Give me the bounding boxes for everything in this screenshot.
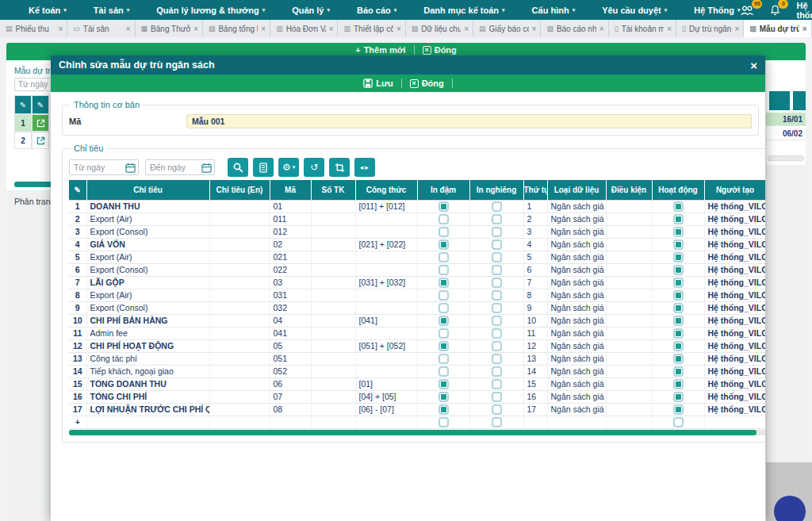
document-tab[interactable]: ▤ Phiếu thu × (0, 20, 67, 37)
active-checkbox[interactable] (673, 265, 684, 275)
column-header[interactable]: Loại dữ liệu (547, 180, 606, 200)
active-checkbox[interactable] (673, 239, 684, 250)
loai-du-lieu-cell[interactable]: Ngân sách giá vốn (547, 377, 606, 390)
dieu-kien-cell[interactable] (606, 263, 652, 276)
ma-cell[interactable]: 041 (270, 327, 311, 339)
open-record-icon[interactable] (32, 132, 49, 149)
chi-tieu-cell[interactable]: TỔNG CHI PHÍ (86, 390, 209, 403)
cong-thuc-cell[interactable] (355, 213, 417, 225)
close-icon[interactable]: × (750, 59, 757, 71)
loai-du-lieu-cell[interactable]: Ngân sách giá vốn (547, 339, 606, 352)
italic-checkbox[interactable] (492, 392, 502, 402)
tab-close-icon[interactable]: × (599, 25, 604, 33)
italic-checkbox[interactable] (492, 379, 502, 389)
ma-cell[interactable]: 06 (270, 377, 311, 390)
loai-du-lieu-cell[interactable]: Ngân sách giá vốn (547, 403, 606, 416)
dieu-kien-cell[interactable] (606, 314, 652, 327)
dieu-kien-cell[interactable] (606, 377, 652, 390)
thu-tu-cell[interactable]: 3 (523, 225, 547, 238)
bell-icon[interactable]: 0 (770, 5, 780, 16)
active-checkbox[interactable] (673, 392, 684, 402)
loai-du-lieu-cell[interactable] (547, 416, 606, 428)
active-checkbox[interactable] (673, 328, 684, 339)
cong-thuc-cell[interactable] (355, 225, 417, 238)
ma-cell[interactable]: 052 (270, 365, 311, 377)
bold-checkbox[interactable] (439, 328, 449, 339)
chi-tieu-en-cell[interactable] (209, 403, 270, 416)
chi-tieu-en-cell[interactable] (209, 327, 270, 339)
dieu-kien-cell[interactable] (606, 352, 652, 365)
active-checkbox[interactable] (673, 366, 684, 377)
user-menu[interactable]: Hệ thống_VILOG2025 ▾ (796, 1, 812, 20)
calendar-icon[interactable] (125, 163, 136, 173)
ma-cell[interactable]: 031 (270, 289, 311, 301)
chi-tieu-en-cell[interactable] (209, 200, 270, 213)
loai-du-lieu-cell[interactable]: Ngân sách giá vốn (547, 238, 606, 251)
thu-tu-cell[interactable]: 4 (523, 238, 547, 251)
so-tk-cell[interactable] (311, 225, 355, 238)
italic-checkbox[interactable] (492, 290, 502, 301)
thu-tu-cell[interactable]: 11 (523, 327, 547, 339)
italic-checkbox[interactable] (492, 328, 502, 339)
italic-checkbox[interactable] (492, 252, 502, 262)
cong-thuc-cell[interactable] (355, 327, 417, 339)
ma-cell[interactable]: 012 (270, 225, 311, 238)
ma-cell[interactable]: 02 (270, 238, 311, 251)
cong-thuc-cell[interactable] (355, 301, 417, 314)
active-checkbox[interactable] (673, 227, 684, 237)
dieu-kien-cell[interactable] (606, 276, 652, 289)
add-new-button[interactable]: + Thêm mới (355, 45, 406, 55)
italic-checkbox[interactable] (492, 214, 502, 224)
cong-thuc-cell[interactable]: [04] + [05] (355, 390, 417, 403)
dieu-kien-cell[interactable] (606, 327, 652, 339)
thu-tu-cell[interactable]: 1 (523, 200, 547, 213)
tab-close-icon[interactable]: × (464, 25, 469, 33)
document-tab[interactable]: ▯ Tài khoản mặc × (609, 20, 676, 37)
chi-tieu-en-cell[interactable] (209, 213, 270, 225)
document-tab[interactable]: ▦ Bảng Thưởng × (136, 20, 203, 37)
chi-tieu-cell[interactable]: Công tác phí (86, 352, 209, 365)
bold-checkbox[interactable] (439, 404, 449, 415)
loai-du-lieu-cell[interactable]: Ngân sách giá vốn (547, 251, 606, 263)
so-tk-cell[interactable] (311, 416, 355, 428)
chi-tieu-en-cell[interactable] (209, 365, 270, 377)
cong-thuc-cell[interactable] (355, 416, 417, 428)
column-header[interactable]: Thứ tự (523, 180, 547, 200)
nav-menu-item[interactable]: Cấu hình ▾ (532, 6, 576, 15)
loai-du-lieu-cell[interactable]: Ngân sách giá vốn (547, 289, 606, 301)
ma-cell[interactable]: 04 (270, 314, 311, 327)
so-tk-cell[interactable] (311, 301, 355, 314)
italic-checkbox[interactable] (492, 227, 502, 237)
chi-tieu-cell[interactable]: Export (Consol) (86, 263, 209, 276)
add-row[interactable]: + (69, 416, 765, 428)
thu-tu-cell[interactable]: 6 (523, 263, 547, 276)
so-tk-cell[interactable] (311, 276, 355, 289)
so-tk-cell[interactable] (311, 327, 355, 339)
so-tk-cell[interactable] (311, 314, 355, 327)
thu-tu-cell[interactable]: 8 (523, 289, 547, 301)
italic-checkbox[interactable] (492, 366, 502, 377)
cong-thuc-cell[interactable]: [06] - [07] (355, 403, 417, 416)
italic-checkbox[interactable] (492, 278, 502, 288)
horizontal-scrollbar[interactable] (69, 430, 765, 435)
search-button[interactable] (228, 158, 248, 177)
so-tk-cell[interactable] (311, 403, 355, 416)
nav-menu-item[interactable]: Quản lý ▾ (292, 6, 330, 15)
active-checkbox[interactable] (673, 341, 684, 351)
dieu-kien-cell[interactable] (606, 200, 652, 213)
chi-tieu-en-cell[interactable] (209, 416, 270, 428)
thu-tu-cell[interactable]: 13 (523, 352, 547, 365)
dieu-kien-cell[interactable] (606, 213, 652, 225)
tab-close-icon[interactable]: × (802, 25, 807, 33)
chi-tieu-en-cell[interactable] (209, 289, 270, 301)
chi-tieu-en-cell[interactable] (209, 238, 270, 251)
active-checkbox[interactable] (673, 201, 684, 212)
chi-tieu-en-cell[interactable] (209, 339, 270, 352)
column-header[interactable]: In nghiêng (469, 180, 523, 200)
so-tk-cell[interactable] (311, 352, 355, 365)
chi-tieu-en-cell[interactable] (209, 390, 270, 403)
italic-checkbox[interactable] (492, 265, 502, 275)
bold-checkbox[interactable] (439, 227, 449, 237)
italic-checkbox[interactable] (492, 316, 502, 326)
chi-tieu-en-cell[interactable] (209, 225, 270, 238)
